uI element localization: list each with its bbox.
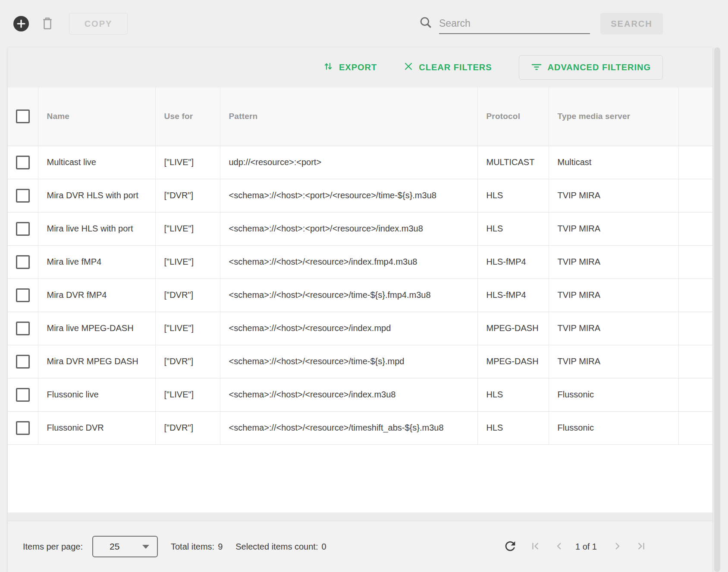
cell-type-media-server: Multicast: [549, 146, 678, 179]
first-page-icon: [529, 540, 542, 554]
cell-protocol: MULTICAST: [477, 146, 549, 179]
cell-pattern: <schema>://<host>:<port>/<resource>/time…: [220, 179, 477, 212]
cell-pattern: <schema>://<host>/<resource>/index.fmp4.…: [220, 245, 477, 278]
cell-use-for: ["LIVE"]: [155, 212, 220, 245]
column-header-empty: [678, 88, 712, 146]
refresh-icon: [503, 539, 518, 555]
advanced-filtering-button[interactable]: ADVANCED FILTERING: [519, 55, 663, 80]
row-checkbox[interactable]: [16, 288, 30, 302]
cell-use-for: ["DVR"]: [155, 179, 220, 212]
column-header-type-media-server: Type media server: [549, 88, 678, 146]
cell-pattern: <schema>://<host>/<resource>/time-${s}.m…: [220, 345, 477, 378]
cell-empty: [678, 212, 712, 245]
patterns-card: EXPORT CLEAR FILTERS ADVANCED FILTERING: [8, 47, 712, 572]
table-row: Mira DVR HLS with port ["DVR"] <schema>:…: [8, 179, 712, 212]
row-checkbox[interactable]: [16, 222, 30, 236]
cell-use-for: ["DVR"]: [155, 345, 220, 378]
refresh-button[interactable]: [503, 539, 518, 555]
cell-protocol: HLS: [477, 179, 549, 212]
column-header-name: Name: [38, 88, 155, 146]
clear-filters-label: CLEAR FILTERS: [419, 63, 492, 72]
cell-protocol: HLS-fMP4: [477, 278, 549, 312]
row-checkbox[interactable]: [16, 156, 30, 169]
cell-name: Flussonic DVR: [38, 411, 155, 444]
search-button[interactable]: SEARCH: [600, 13, 663, 34]
cell-name: Mira DVR fMP4: [38, 278, 155, 312]
footer-divider: [8, 513, 712, 521]
top-action-bar: COPY SEARCH: [0, 0, 728, 47]
selected-items-value: 0: [321, 542, 326, 552]
cell-pattern: <schema>://<host>:<port>/<resource>/inde…: [220, 212, 477, 245]
table-row: Flussonic live ["LIVE"] <schema>://<host…: [8, 378, 712, 411]
row-checkbox[interactable]: [16, 189, 30, 203]
patterns-table: Name Use for Pattern Protocol Type media…: [8, 88, 712, 445]
cell-empty: [678, 345, 712, 378]
cell-type-media-server: TVIP MIRA: [549, 245, 678, 278]
cell-use-for: ["LIVE"]: [155, 312, 220, 345]
add-button[interactable]: [13, 16, 29, 32]
export-button[interactable]: EXPORT: [323, 61, 377, 74]
trash-icon: [40, 16, 55, 32]
table-row: Mira live HLS with port ["LIVE"] <schema…: [8, 212, 712, 245]
row-checkbox[interactable]: [16, 388, 30, 402]
last-page-button[interactable]: [635, 540, 648, 554]
cell-empty: [678, 411, 712, 444]
cell-empty: [678, 146, 712, 179]
cell-use-for: ["LIVE"]: [155, 245, 220, 278]
patterns-page: COPY SEARCH: [0, 0, 728, 572]
total-items-value: 9: [218, 542, 223, 552]
cell-protocol: MPEG-DASH: [477, 312, 549, 345]
cell-type-media-server: TVIP MIRA: [549, 278, 678, 312]
first-page-button[interactable]: [529, 540, 542, 554]
total-items-label: Total items:: [171, 542, 214, 552]
row-checkbox[interactable]: [16, 255, 30, 269]
cell-use-for: ["LIVE"]: [155, 146, 220, 179]
column-header-protocol: Protocol: [477, 88, 549, 146]
cell-name: Multicast live: [38, 146, 155, 179]
next-page-button[interactable]: [611, 540, 624, 554]
copy-button[interactable]: COPY: [69, 13, 128, 34]
cell-name: Mira DVR MPEG DASH: [38, 345, 155, 378]
table-empty-space: [8, 445, 712, 513]
cell-type-media-server: TVIP MIRA: [549, 312, 678, 345]
column-header-pattern: Pattern: [220, 88, 477, 146]
table-row: Mira live fMP4 ["LIVE"] <schema>://<host…: [8, 245, 712, 278]
table-row: Multicast live ["LIVE"] udp://<resource>…: [8, 146, 712, 179]
cell-type-media-server: TVIP MIRA: [549, 212, 678, 245]
select-all-checkbox[interactable]: [16, 109, 30, 123]
vertical-scrollbar[interactable]: [714, 47, 720, 572]
cell-name: Mira live fMP4: [38, 245, 155, 278]
table-header-row: Name Use for Pattern Protocol Type media…: [8, 88, 712, 146]
previous-page-button[interactable]: [553, 540, 566, 554]
delete-button[interactable]: [39, 15, 56, 32]
row-checkbox[interactable]: [16, 355, 30, 369]
cell-use-for: ["DVR"]: [155, 278, 220, 312]
clear-filters-button[interactable]: CLEAR FILTERS: [404, 62, 492, 73]
cell-type-media-server: Flussonic: [549, 378, 678, 411]
cell-type-media-server: TVIP MIRA: [549, 179, 678, 212]
export-icon: [323, 61, 333, 74]
selected-items-label: Selected items count:: [235, 542, 318, 552]
last-page-icon: [635, 540, 648, 554]
cell-protocol: HLS: [477, 212, 549, 245]
items-per-page-value: 25: [110, 541, 119, 552]
search-icon: [418, 15, 433, 31]
items-per-page-label: Items per page:: [23, 542, 83, 552]
row-checkbox[interactable]: [16, 421, 30, 435]
triangle-down-icon: [142, 545, 149, 549]
cell-protocol: MPEG-DASH: [477, 345, 549, 378]
advanced-filtering-label: ADVANCED FILTERING: [548, 63, 651, 72]
items-per-page-select[interactable]: 25: [92, 536, 158, 557]
table-row: Mira DVR fMP4 ["DVR"] <schema>://<host>/…: [8, 278, 712, 312]
filter-icon: [531, 61, 542, 74]
search-input[interactable]: [439, 13, 590, 34]
search-zone: SEARCH: [418, 13, 663, 34]
cell-type-media-server: TVIP MIRA: [549, 345, 678, 378]
cell-pattern: <schema>://<host>/<resource>/index.mpd: [220, 312, 477, 345]
cell-pattern: udp://<resource>:<port>: [220, 146, 477, 179]
cell-empty: [678, 179, 712, 212]
page-indicator: 1 of 1: [575, 542, 597, 552]
cell-pattern: <schema>://<host>/<resource>/timeshift_a…: [220, 411, 477, 444]
cell-protocol: HLS-fMP4: [477, 245, 549, 278]
row-checkbox[interactable]: [16, 322, 30, 335]
